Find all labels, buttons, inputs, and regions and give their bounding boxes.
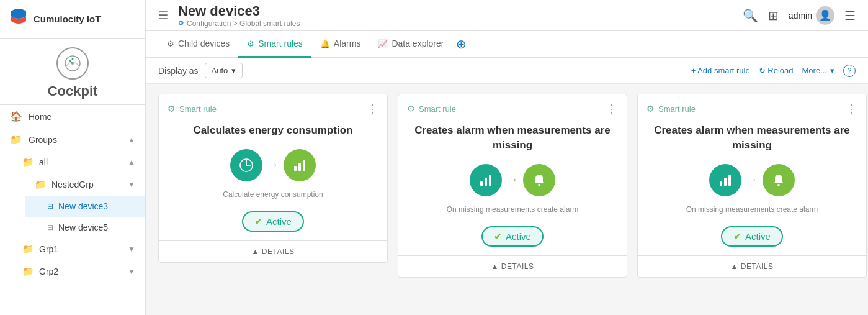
search-icon[interactable]: 🔍	[743, 8, 758, 23]
add-tab-icon[interactable]: ⊕	[456, 37, 467, 52]
cockpit-section: Cockpit	[0, 39, 145, 105]
tab-alarms[interactable]: 🔔 Alarms	[311, 31, 370, 58]
admin-avatar: 👤	[816, 6, 834, 25]
tab-smart-rules[interactable]: ⚙ Smart rules	[238, 31, 311, 58]
svg-rect-6	[294, 166, 297, 171]
alarms-icon: 🔔	[320, 39, 330, 48]
sidebar-header: Cumulocity IoT	[0, 0, 145, 39]
topbar-menu-dots[interactable]: ☰	[844, 8, 856, 23]
grid-icon[interactable]: ⊞	[768, 8, 779, 23]
card-2-type: ⚙ Smart rule	[407, 104, 456, 114]
grp1-chevron: ▼	[128, 245, 135, 253]
topbar: ☰ New device3 ⚙ Configuration > Global s…	[146, 0, 868, 31]
sidebar-item-grp2[interactable]: 📁 Grp2 ▼	[12, 260, 145, 283]
device3-icon: ⊟	[47, 202, 53, 211]
card-3-footer: ▲ DETAILS	[638, 255, 866, 277]
cockpit-label: Cockpit	[48, 83, 98, 99]
cards-area: ⚙ Smart rule ⋮ Calculates energy consump…	[146, 84, 868, 315]
tab-alarms-label: Alarms	[334, 39, 361, 48]
card-3-arrow-icon: →	[746, 173, 758, 186]
card-2-type-label: Smart rule	[419, 104, 456, 114]
card-2-icons: →	[398, 159, 627, 201]
card-3-icons: →	[638, 159, 866, 201]
menu-icon[interactable]: ☰	[158, 9, 168, 22]
tab-data-explorer[interactable]: 📈 Data explorer	[369, 31, 452, 58]
card-3-active-section: ✔ Active	[638, 221, 866, 255]
device5-icon: ⊟	[47, 223, 53, 232]
display-as-button[interactable]: Auto ▾	[205, 63, 243, 78]
home-icon: 🏠	[10, 111, 22, 122]
groups-chevron: ▲	[128, 135, 135, 144]
subnav: ⚙ Child devices ⚙ Smart rules 🔔 Alarms 📈…	[146, 31, 868, 58]
svg-rect-7	[298, 163, 301, 171]
card-3-details-button[interactable]: ▲ DETAILS	[647, 262, 857, 271]
sidebar-item-new-device3[interactable]: ⊟ New device3	[25, 196, 145, 217]
card-3-cog-icon: ⚙	[647, 104, 655, 114]
grp2-chevron: ▼	[128, 267, 135, 276]
reload-button[interactable]: ↻ Reload	[759, 66, 794, 75]
topbar-left: ☰ New device3 ⚙ Configuration > Global s…	[158, 3, 300, 28]
card-1-check-icon: ✔	[254, 216, 262, 227]
sidebar-item-grp1[interactable]: 📁 Grp1 ▼	[12, 238, 145, 260]
admin-label: admin	[789, 11, 812, 21]
card-2-active-section: ✔ Active	[398, 221, 627, 255]
sidebar-item-nestedgrp[interactable]: 📁 NestedGrp ▼	[25, 173, 145, 196]
more-button[interactable]: More... ▾	[802, 66, 834, 75]
card-2-active-toggle[interactable]: ✔ Active	[481, 226, 544, 247]
nestedgrp-chevron: ▼	[128, 180, 135, 189]
all-folder-icon: 📁	[22, 157, 34, 168]
tab-child-devices[interactable]: ⚙ Child devices	[158, 31, 238, 58]
card-1-cog-icon: ⚙	[168, 104, 176, 114]
grp2-folder-icon: 📁	[22, 266, 34, 277]
card-2-header: ⚙ Smart rule ⋮	[398, 94, 627, 121]
card-3-status: Active	[745, 231, 771, 242]
svg-rect-13	[720, 181, 722, 186]
card-1-status: Active	[266, 216, 292, 227]
card-2-arrow-icon: →	[507, 173, 518, 186]
sidebar-item-new-device5[interactable]: ⊟ New device5	[25, 217, 145, 238]
admin-menu[interactable]: admin 👤	[789, 6, 834, 25]
card-1-menu-icon[interactable]: ⋮	[367, 102, 378, 116]
display-as-label: Display as	[158, 66, 199, 76]
card-3-menu-icon[interactable]: ⋮	[846, 102, 857, 116]
child-devices-icon: ⚙	[167, 39, 174, 48]
card-3-details-label: ▲ DETAILS	[731, 262, 774, 271]
add-smart-rule-button[interactable]: + Add smart rule	[691, 66, 750, 75]
svg-rect-14	[724, 178, 727, 186]
sidebar-item-home[interactable]: 🏠 Home	[0, 105, 145, 128]
toolbar-right: + Add smart rule ↻ Reload More... ▾ ?	[691, 65, 856, 77]
card-2-details-button[interactable]: ▲ DETAILS	[407, 262, 618, 271]
card-3-type-label: Smart rule	[658, 104, 696, 114]
sidebar-item-all[interactable]: 📁 all ▲	[12, 151, 145, 173]
card-3-check-icon: ✔	[733, 231, 741, 242]
new-device5-label: New device5	[58, 222, 108, 232]
card-3-active-toggle[interactable]: ✔ Active	[721, 226, 783, 247]
card-3-type: ⚙ Smart rule	[647, 104, 696, 114]
data-explorer-icon: 📈	[378, 39, 388, 48]
card-1-details-button[interactable]: ▲ DETAILS	[168, 247, 378, 256]
card-1-active-toggle[interactable]: ✔ Active	[242, 211, 304, 232]
card-2-cog-icon: ⚙	[407, 104, 415, 114]
new-device3-label: New device3	[58, 201, 108, 211]
card-3-right-icon	[763, 164, 795, 196]
card-1-details-label: ▲ DETAILS	[252, 247, 295, 256]
groups-label: Groups	[29, 135, 57, 145]
tab-data-explorer-label: Data explorer	[391, 39, 444, 48]
card-2-menu-icon[interactable]: ⋮	[606, 102, 618, 116]
card-2-details-label: ▲ DETAILS	[491, 262, 534, 271]
svg-rect-8	[303, 160, 305, 171]
card-2-description: On missing measurements create alarm	[398, 201, 627, 221]
card-2-left-icon	[470, 164, 502, 196]
card-2-footer: ▲ DETAILS	[398, 255, 627, 277]
card-1-icons: →	[159, 144, 387, 186]
cockpit-gauge-icon	[56, 47, 89, 80]
card-3-title: Creates alarm when measurements are miss…	[638, 121, 866, 159]
toolbar: Display as Auto ▾ + Add smart rule ↻ Rel…	[146, 58, 868, 84]
card-3-left-icon	[709, 164, 741, 196]
card-3-header: ⚙ Smart rule ⋮	[638, 94, 866, 121]
sidebar-item-groups[interactable]: 📁 Groups ▲	[0, 128, 145, 151]
help-button[interactable]: ?	[843, 65, 856, 77]
card-1-type-label: Smart rule	[179, 104, 217, 114]
nestedgrp-folder-icon: 📁	[35, 179, 47, 190]
card-2-status: Active	[506, 231, 531, 242]
